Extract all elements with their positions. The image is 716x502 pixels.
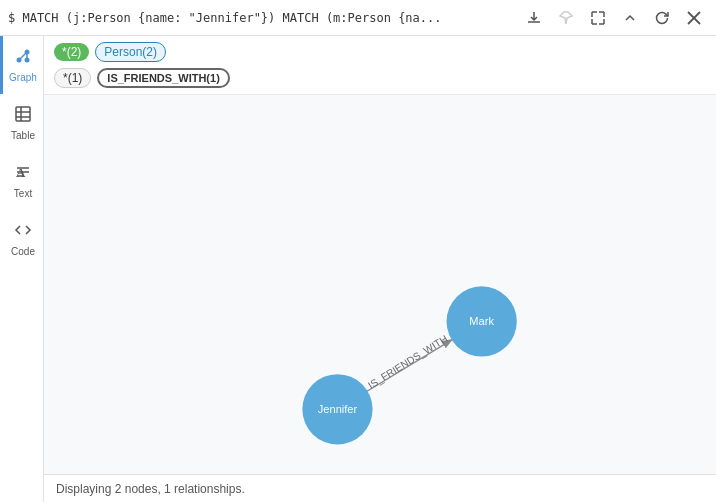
node-jennifer-label: Jennifer bbox=[318, 403, 358, 415]
sidebar-item-graph[interactable]: Graph bbox=[0, 36, 44, 94]
filter-row-1: *(2) Person(2) bbox=[54, 42, 706, 62]
sidebar-item-code[interactable]: Code bbox=[0, 210, 44, 268]
svg-rect-7 bbox=[16, 107, 30, 121]
sidebar-label-table: Table bbox=[11, 130, 35, 141]
filter-bar: *(2) Person(2) *(1) IS_FRIENDS_WITH(1) bbox=[44, 36, 716, 95]
graph-svg: IS_FRIENDS_WITH Jennifer Mark bbox=[44, 95, 716, 474]
collapse-button[interactable] bbox=[616, 4, 644, 32]
status-text: Displaying 2 nodes, 1 relationships. bbox=[56, 482, 245, 496]
main: Graph Table A Tex bbox=[0, 36, 716, 502]
top-bar: $ MATCH (j:Person {name: "Jennifer"}) MA… bbox=[0, 0, 716, 36]
svg-text:A: A bbox=[16, 165, 26, 180]
sidebar-label-code: Code bbox=[11, 246, 35, 257]
refresh-button[interactable] bbox=[648, 4, 676, 32]
content: *(2) Person(2) *(1) IS_FRIENDS_WITH(1) bbox=[44, 36, 716, 502]
download-button[interactable] bbox=[520, 4, 548, 32]
sidebar-item-table[interactable]: Table bbox=[0, 94, 44, 152]
pin-button[interactable] bbox=[552, 4, 580, 32]
top-bar-actions bbox=[520, 4, 708, 32]
graph-icon bbox=[14, 47, 32, 68]
rel-count-badge[interactable]: *(1) bbox=[54, 68, 91, 88]
node-mark-label: Mark bbox=[469, 315, 494, 327]
sidebar-label-graph: Graph bbox=[9, 72, 37, 83]
person-label-badge[interactable]: Person(2) bbox=[95, 42, 166, 62]
close-button[interactable] bbox=[680, 4, 708, 32]
table-icon bbox=[14, 105, 32, 126]
status-bar: Displaying 2 nodes, 1 relationships. bbox=[44, 474, 716, 502]
expand-button[interactable] bbox=[584, 4, 612, 32]
text-icon: A bbox=[14, 163, 32, 184]
node-count-badge[interactable]: *(2) bbox=[54, 43, 89, 61]
graph-area[interactable]: IS_FRIENDS_WITH Jennifer Mark bbox=[44, 95, 716, 474]
query-text: $ MATCH (j:Person {name: "Jennifer"}) MA… bbox=[8, 11, 520, 25]
rel-type-badge[interactable]: IS_FRIENDS_WITH(1) bbox=[97, 68, 229, 88]
sidebar-item-text[interactable]: A Text bbox=[0, 152, 44, 210]
edge-label: IS_FRIENDS_WITH bbox=[366, 333, 449, 391]
code-icon bbox=[14, 221, 32, 242]
sidebar: Graph Table A Tex bbox=[0, 36, 44, 502]
filter-row-2: *(1) IS_FRIENDS_WITH(1) bbox=[54, 68, 706, 88]
sidebar-label-text: Text bbox=[14, 188, 32, 199]
